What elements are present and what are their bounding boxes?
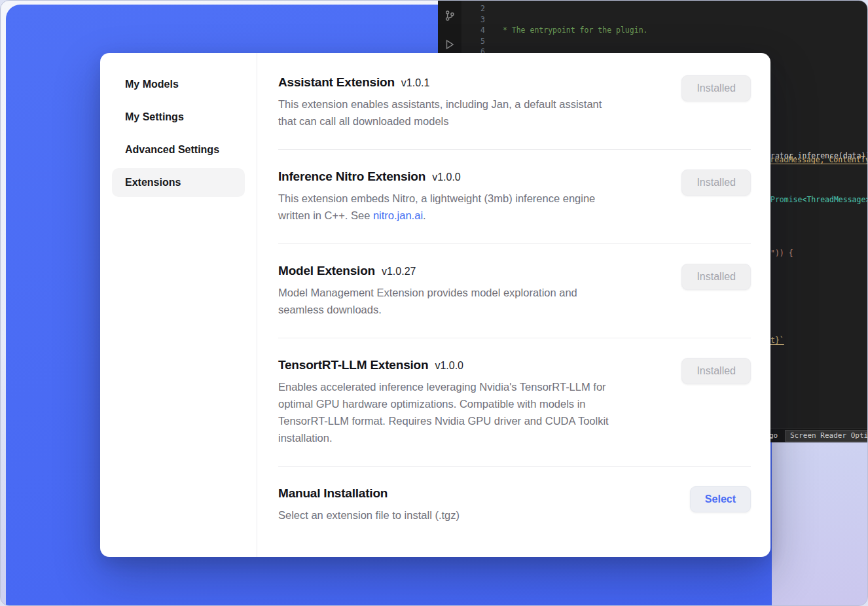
settings-sidebar: My Models My Settings Advanced Settings …: [100, 53, 257, 557]
code-fragment: ")) {: [770, 248, 793, 258]
manual-installation-title: Manual Installation: [278, 486, 460, 501]
extension-title: TensortRT-LLM Extensionv1.0.0: [278, 358, 609, 372]
source-control-icon[interactable]: [444, 10, 456, 22]
extension-description: Model Management Extension provides mode…: [278, 284, 577, 318]
installed-button[interactable]: Installed: [681, 264, 751, 290]
extension-row-model: Model Extensionv1.0.27 Model Management …: [278, 244, 751, 338]
extension-version: v1.0.1: [401, 77, 430, 88]
desktop: 2 3 4 5 6 * The entrypoint for the plugi…: [0, 0, 868, 606]
line-number: 4: [468, 25, 485, 36]
installed-button[interactable]: Installed: [681, 358, 751, 384]
screen-reader-optimized-badge[interactable]: Screen Reader Optimize: [785, 430, 868, 442]
code-fragment: rator.inference(data));: [770, 151, 868, 161]
extension-version: v1.0.0: [435, 360, 463, 371]
extension-title: Model Extensionv1.0.27: [278, 264, 577, 278]
nitro-jan-ai-link[interactable]: nitro.jan.ai: [373, 209, 423, 221]
extension-title: Inference Nitro Extensionv1.0.0: [278, 169, 595, 184]
manual-installation-description: Select an extension file to install (.tg…: [278, 507, 460, 524]
installed-button[interactable]: Installed: [681, 75, 751, 101]
installed-button[interactable]: Installed: [681, 169, 751, 196]
sidebar-item-my-settings[interactable]: My Settings: [112, 103, 245, 132]
extension-name: Assistant Extension: [278, 75, 395, 89]
extension-description: This extension enables assistants, inclu…: [278, 96, 602, 130]
extensions-panel: Assistant Extensionv1.0.1 This extension…: [257, 53, 770, 557]
editor-line-numbers: 2 3 4 5 6: [468, 3, 485, 58]
code-line: * The entrypoint for the plugin.: [498, 25, 868, 36]
select-file-button[interactable]: Select: [690, 486, 751, 512]
line-number: 2: [468, 3, 485, 14]
manual-installation-row: Manual Installation Select an extension …: [278, 467, 751, 539]
sidebar-item-advanced-settings[interactable]: Advanced Settings: [112, 135, 245, 164]
extension-name: Inference Nitro Extension: [278, 169, 425, 183]
extension-name: TensortRT-LLM Extension: [278, 358, 428, 372]
code-fragment: Promise<ThreadMessage>: [770, 194, 868, 205]
extension-description: This extension embeds Nitro, a lightweig…: [278, 190, 595, 224]
extension-version: v1.0.27: [382, 266, 416, 277]
run-debug-icon[interactable]: [444, 39, 456, 50]
settings-modal: My Models My Settings Advanced Settings …: [100, 53, 770, 557]
sidebar-item-my-models[interactable]: My Models: [112, 70, 245, 99]
extension-row-tensorrt-llm: TensortRT-LLM Extensionv1.0.0 Enables ac…: [278, 338, 751, 467]
sidebar-item-extensions[interactable]: Extensions: [112, 168, 245, 197]
line-number: 5: [468, 36, 485, 47]
code-fragment: t}`: [770, 335, 784, 346]
line-number: 3: [468, 14, 485, 26]
extension-row-assistant: Assistant Extensionv1.0.1 This extension…: [278, 56, 751, 150]
extension-version: v1.0.0: [432, 171, 461, 183]
extension-description: Enables accelerated inference leveraging…: [278, 378, 609, 446]
extension-name: Model Extension: [278, 264, 375, 277]
extension-row-inference-nitro: Inference Nitro Extensionv1.0.0 This ext…: [278, 150, 751, 244]
extension-title: Assistant Extensionv1.0.1: [278, 75, 602, 90]
